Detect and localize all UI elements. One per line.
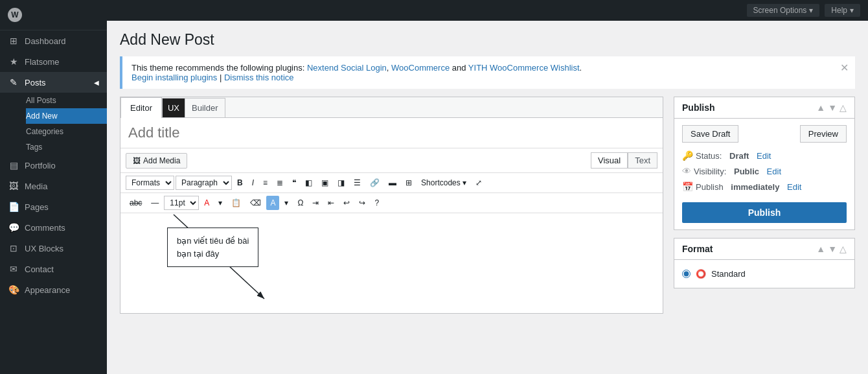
italic-button[interactable]: I (248, 176, 258, 190)
screen-options-button[interactable]: Screen Options ▾ (747, 4, 820, 17)
add-media-button[interactable]: 🖼 Add Media (126, 153, 187, 169)
highlight-color-button[interactable]: ▾ (214, 196, 226, 210)
keyboard-shortcuts-button[interactable]: ? (371, 196, 383, 210)
screen-options-arrow-icon: ▾ (809, 6, 813, 15)
notice-comma1: , (387, 63, 389, 73)
format-metabox-collapse-up[interactable]: ▲ (816, 244, 825, 254)
help-button[interactable]: Help ▾ (825, 4, 860, 17)
contact-icon: ✉ (8, 264, 19, 274)
format-standard-label: Standard (711, 269, 746, 279)
notice-plugin2-link[interactable]: WooCommerce (391, 63, 450, 73)
sidebar-item-all-posts[interactable]: All Posts (26, 93, 107, 108)
paste-text-button[interactable]: 📋 (227, 196, 245, 210)
notice-dismiss-link[interactable]: Dismiss this notice (224, 73, 294, 82)
background-color-arrow[interactable]: ▾ (280, 196, 292, 210)
visual-tab[interactable]: Visual (591, 152, 628, 169)
bold-button[interactable]: B (233, 176, 247, 190)
formats-dropdown[interactable]: Formats (126, 176, 174, 190)
strikethrough-button[interactable]: abc (126, 196, 146, 210)
tab-builder[interactable]: Builder (185, 98, 225, 117)
format-metabox: Format ▲ ▼ △ ⭕ Standard (674, 238, 855, 288)
status-icon: 🔑 (682, 150, 693, 161)
format-option-standard: ⭕ Standard (682, 266, 847, 281)
sidebar-item-label: Media (25, 181, 47, 191)
sidebar-item-appearance[interactable]: 🎨 Appearance (0, 279, 107, 300)
table-button[interactable]: ⊞ (402, 176, 416, 190)
redo-button[interactable]: ↪ (355, 196, 369, 210)
hr-button[interactable]: ▬ (385, 176, 400, 190)
publish-metabox-title: Publish (682, 102, 715, 113)
sidebar-item-tags[interactable]: Tags (26, 139, 107, 155)
metabox-collapse-up[interactable]: ▲ (816, 102, 825, 113)
sidebar-item-label: Flatsome (25, 57, 59, 67)
annotation-text: bạn viết tiêu đề bài bạn tại đây (167, 228, 258, 267)
font-size-dropdown[interactable]: 11pt (164, 196, 199, 210)
visibility-edit-link[interactable]: Edit (767, 167, 781, 176)
shortcodes-button[interactable]: Shortcodes ▾ (417, 176, 470, 190)
text-tab[interactable]: Text (628, 152, 657, 169)
metabox-collapse-down[interactable]: ▼ (828, 102, 837, 113)
sidebar-item-add-new[interactable]: Add New (26, 108, 107, 124)
format-metabox-collapse-down[interactable]: ▼ (828, 244, 837, 254)
sidebar-panel: Publish ▲ ▼ △ Save Draft (674, 97, 855, 296)
align-right-button[interactable]: ◨ (334, 176, 348, 190)
format-standard-radio[interactable] (682, 270, 691, 278)
status-edit-link[interactable]: Edit (757, 151, 771, 161)
format-metabox-arrow-up[interactable]: △ (839, 244, 847, 254)
sidebar-item-label: Appearance (25, 285, 70, 295)
background-color-button[interactable]: A (266, 196, 279, 210)
notice-plugin1-link[interactable]: Nextend Social Login (307, 63, 387, 73)
save-draft-button[interactable]: Save Draft (682, 125, 738, 143)
expand-button[interactable]: ⤢ (472, 176, 486, 190)
ordered-list-button[interactable]: ≣ (273, 176, 287, 190)
metabox-arrow-up[interactable]: △ (839, 102, 847, 113)
status-label: Status: (696, 151, 722, 161)
sidebar-item-pages[interactable]: 📄 Pages (0, 196, 107, 217)
sidebar-item-contact[interactable]: ✉ Contact (0, 259, 107, 279)
align-left-button[interactable]: ◧ (301, 176, 316, 190)
undo-button[interactable]: ↩ (339, 196, 354, 210)
align-center-button[interactable]: ▣ (317, 176, 332, 190)
format-metabox-header[interactable]: Format ▲ ▼ △ (674, 239, 854, 260)
sidebar-item-portfolio[interactable]: ▤ Portfolio (0, 155, 107, 176)
preview-button[interactable]: Preview (800, 125, 847, 143)
link-button[interactable]: 🔗 (366, 176, 383, 190)
post-title-input[interactable] (120, 118, 663, 148)
sidebar-item-flatsome[interactable]: ★ Flatsome (0, 51, 107, 72)
main-content: Screen Options ▾ Help ▾ Add New Post Thi… (107, 0, 868, 374)
indent-button[interactable]: ⇥ (308, 196, 323, 210)
special-char-button[interactable]: Ω (293, 196, 307, 210)
status-value: Draft (729, 151, 749, 161)
editor-body[interactable]: bạn viết tiêu đề bài bạn tại đây (120, 213, 663, 313)
sidebar-item-categories[interactable]: Categories (26, 124, 107, 139)
appearance-icon: 🎨 (8, 285, 19, 295)
sidebar-item-posts[interactable]: ✎ Posts ◀ (0, 72, 107, 93)
sidebar-item-ux-blocks[interactable]: ⊡ UX Blocks (0, 238, 107, 259)
notice-close-button[interactable]: ✕ (840, 62, 849, 74)
font-color-button[interactable]: A (200, 196, 213, 210)
publish-button[interactable]: Publish (682, 202, 847, 223)
sidebar-item-dashboard[interactable]: ⊞ Dashboard (0, 30, 107, 51)
notice-separator: | (220, 73, 224, 82)
sidebar-item-comments[interactable]: 💬 Comments (0, 217, 107, 238)
outdent-button[interactable]: ⇤ (324, 196, 338, 210)
blockquote-button[interactable]: ❝ (288, 176, 300, 190)
paragraph-dropdown[interactable]: Paragraph (176, 176, 232, 190)
editor-column: Editor UX Builder (120, 97, 663, 314)
unordered-list-button[interactable]: ≡ (259, 176, 271, 190)
tab-editor[interactable]: Editor (120, 97, 162, 118)
publish-time-edit-link[interactable]: Edit (787, 182, 801, 192)
tab-ux[interactable]: UX (162, 98, 185, 117)
format-metabox-controls: ▲ ▼ △ (816, 244, 847, 254)
hr-line-button[interactable]: — (147, 196, 163, 210)
ux-blocks-icon: ⊡ (8, 243, 19, 253)
annotation-box: bạn viết tiêu đề bài bạn tại đây (167, 228, 258, 267)
publish-metabox-header[interactable]: Publish ▲ ▼ △ (674, 97, 854, 119)
notice-begin-installing-link[interactable]: Begin installing plugins (131, 73, 217, 82)
clear-format-button[interactable]: ⌫ (246, 196, 265, 210)
publish-time-value: immediately (731, 182, 779, 192)
sidebar-item-media[interactable]: 🖼 Media (0, 176, 107, 196)
notice-plugin3-link[interactable]: YITH WooCommerce Wishlist (468, 63, 580, 73)
align-justify-button[interactable]: ☰ (350, 176, 365, 190)
notice-text-prefix: This theme recommends the following plug… (131, 63, 307, 73)
